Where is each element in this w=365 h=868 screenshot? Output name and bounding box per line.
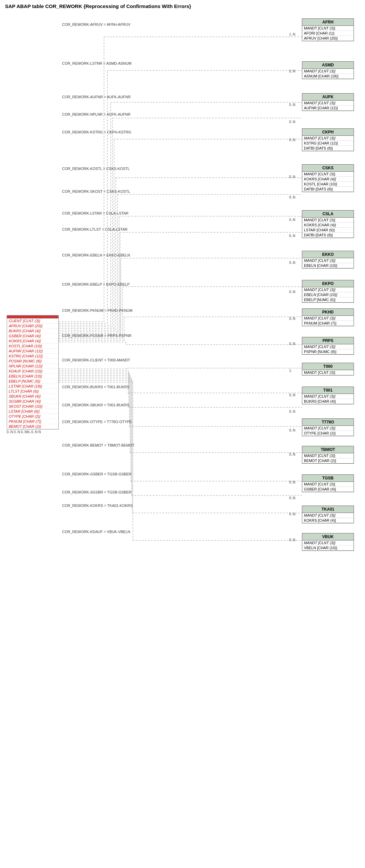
- cardinality-pkhd-0: 0..N: [289, 317, 295, 320]
- main-table-body: CLIENT [CLNT (3)]AFRUV [CHAR (20)]BUKRS …: [7, 318, 59, 430]
- connector-label-afrh-0: COR_REWORK-AFRUV = AFRH-AFRUV: [62, 23, 130, 27]
- rel-table-row: MANDT [CLNT (3)]: [302, 258, 354, 263]
- rel-table-header-ckph: CKPH: [302, 128, 354, 136]
- rel-table-row: AUFNR [CHAR (12)]: [302, 105, 354, 111]
- rel-table-header-t000: T000: [302, 363, 354, 370]
- cardinality-tgsb-1: 0..N: [289, 496, 295, 500]
- rel-table-prps: PRPSMANDT [CLNT (3)]PSPNR [NUMC (8)]: [302, 337, 354, 355]
- main-table-field: EBELN [CHAR (10)]: [7, 374, 58, 379]
- rel-table-row: GSBER [CHAR (4)]: [302, 487, 354, 492]
- main-table-field: CLIENT [CLNT (3)]: [7, 318, 58, 323]
- rel-table-row: BUKRS [CHAR (4)]: [302, 399, 354, 404]
- rel-table-header-tka01: TKA01: [302, 505, 354, 513]
- page-title: SAP ABAP table COR_REWORK {Reprocessing …: [0, 0, 365, 12]
- connector-label-ekko-0: COR_REWORK-EBELN = EKKO-EBELN: [62, 253, 130, 257]
- rel-table-t778o: T778OMANDT [CLNT (3)]OTYPE [CHAR (2)]: [302, 418, 354, 436]
- cardinality-aufk-0: 0..N: [289, 103, 295, 106]
- rel-table-row: MANDT [CLNT (3)]: [302, 26, 354, 31]
- rel-table-body-ekko: MANDT [CLNT (3)]EBELN [CHAR (10)]: [302, 258, 354, 269]
- rel-table-row: MANDT [CLNT (3)]: [302, 69, 354, 74]
- rel-table-body-prps: MANDT [CLNT (3)]PSPNR [NUMC (8)]: [302, 344, 354, 355]
- rel-table-body-tka01: MANDT [CLNT (3)]KOKRS [CHAR (4)]: [302, 513, 354, 523]
- rel-table-asmd: ASMDMANDT [CLNT (3)]ASNUM [CHAR (18)]: [302, 61, 354, 79]
- rel-table-row: VBELN [CHAR (10)]: [302, 546, 354, 551]
- cardinality-t001-0: 0..N: [289, 393, 295, 397]
- main-table-field: NPLNR [CHAR (12)]: [7, 364, 58, 369]
- main-table-field: PKNUM [CHAR (7)]: [7, 419, 58, 424]
- rel-table-row: EBELN [CHAR (10)]: [302, 263, 354, 268]
- main-table-field: AFRUV [CHAR (20)]: [7, 323, 58, 329]
- rel-table-body-tgsb: MANDT [CLNT (3)]GSBER [CHAR (4)]: [302, 482, 354, 492]
- rel-table-row: MANDT [CLNT (3)]: [302, 316, 354, 321]
- cardinality-ekko-0: 0..N: [289, 261, 295, 265]
- main-table-field: BUKRS [CHAR (4)]: [7, 329, 58, 334]
- main-table-field: SKOST [CHAR (10)]: [7, 404, 58, 409]
- rel-table-body-pkhd: MANDT [CLNT (3)]PKNUM [CHAR (7)]: [302, 316, 354, 326]
- rel-table-header-csla: CSLA: [302, 210, 354, 218]
- rel-table-row: MANDT [CLNT (3)]: [302, 426, 354, 431]
- rel-table-body-ekpo: MANDT [CLNT (3)]EBELN [CHAR (10)]EBELP […: [302, 287, 354, 303]
- connector-label-prps-0: COR_REWORK-POSNR = PRPS-PSPNR: [62, 334, 131, 338]
- connector-label-vbuk-0: COR_REWORK-KDAUF = VBUK-VBELN: [62, 530, 130, 534]
- rel-table-row: MANDT [CLNT (3)]: [302, 287, 354, 292]
- cardinality-tbmot-0: 0..N: [289, 453, 295, 456]
- rel-table-header-asmd: ASMD: [302, 61, 354, 69]
- cardinality-prps-0: 0..N: [289, 342, 295, 346]
- rel-table-row: MANDT [CLNT (3)]: [302, 136, 354, 141]
- rel-table-header-aufk: AUFK: [302, 93, 354, 100]
- cardinality-aufk-1: 0..N: [289, 120, 295, 124]
- rel-table-body-t000: MANDT [CLNT (3)]: [302, 370, 354, 375]
- cardinality-ekpo-0: 0..N: [289, 290, 295, 294]
- cardinality-afrh-0: 1..N: [289, 33, 295, 36]
- rel-table-row: PSPNR [NUMC (8)]: [302, 349, 354, 354]
- main-table-field: EBELP [NUMC (5)]: [7, 379, 58, 384]
- rel-table-body-ckph: MANDT [CLNT (3)]KSTRG [CHAR (12)]DATBI […: [302, 136, 354, 151]
- main-table-field: LSTAR [CHAR (6)]: [7, 409, 58, 414]
- rel-table-tbmot: TBMOTMANDT [CLNT (3)]BEMOT [CHAR (2)]: [302, 446, 354, 464]
- connector-label-t778o-0: COR_REWORK-OTYPE = T778O-OTYPE: [62, 420, 132, 424]
- main-table-field: LSTNR [CHAR (18)]: [7, 384, 58, 389]
- cardinality-ckph-0: 0..N: [289, 138, 295, 142]
- rel-table-vbuk: VBUKMANDT [CLNT (3)]VBELN [CHAR (10)]: [302, 533, 354, 551]
- main-table: CLIENT [CLNT (3)]AFRUV [CHAR (20)]BUKRS …: [7, 315, 59, 434]
- cardinality-csks-1: 0..N: [289, 195, 295, 199]
- rel-table-row: KSTRG [CHAR (12)]: [302, 141, 354, 146]
- rel-table-row: ASNUM [CHAR (18)]: [302, 74, 354, 79]
- main-table-field: SBUKR [CHAR (4)]: [7, 394, 58, 399]
- connector-label-t001-0: COR_REWORK-BUKRS = T001-BUKRS: [62, 385, 129, 389]
- connector-label-aufk-0: COR_REWORK-AUFNR = AUFK-AUFNR: [62, 95, 130, 99]
- rel-table-row: EBELN [CHAR (10)]: [302, 292, 354, 298]
- rel-table-aufk: AUFKMANDT [CLNT (3)]AUFNR [CHAR (12)]: [302, 93, 354, 111]
- connector-label-tka01-0: COR_REWORK-KOKRS = TKA01-KOKRS: [62, 503, 132, 507]
- main-table-field: KOKRS [CHAR (4)]: [7, 339, 58, 344]
- rel-table-csks: CSKSMANDT [CLNT (3)]KOKRS [CHAR (4)]KOST…: [302, 164, 354, 192]
- main-table-field: POSNR [NUMC (8)]: [7, 359, 58, 364]
- rel-table-header-ekpo: EKPO: [302, 280, 354, 287]
- rel-table-row: MANDT [CLNT (3)]: [302, 218, 354, 223]
- rel-table-csla: CSLAMANDT [CLNT (3)]KOKRS [CHAR (4)]LSTA…: [302, 210, 354, 238]
- rel-table-row: KOKRS [CHAR (4)]: [302, 518, 354, 523]
- rel-table-row: PKNUM [CHAR (7)]: [302, 321, 354, 326]
- rel-table-body-csla: MANDT [CLNT (3)]KOKRS [CHAR (4)]LSTAR [C…: [302, 218, 354, 238]
- rel-table-row: KOKRS [CHAR (4)]: [302, 223, 354, 228]
- rel-table-row: DATBI [DATS (8)]: [302, 187, 354, 192]
- rel-table-row: KOSTL [CHAR (10)]: [302, 182, 354, 187]
- rel-table-row: DATBI [DATS (8)]: [302, 233, 354, 238]
- rel-table-header-tbmot: TBMOT: [302, 446, 354, 453]
- rel-table-header-csks: CSKS: [302, 164, 354, 172]
- rel-table-body-t001: MANDT [CLNT (3)]BUKRS [CHAR (4)]: [302, 394, 354, 404]
- rel-table-row: BEMOT [CHAR (2)]: [302, 458, 354, 463]
- rel-table-header-ekko: EKKO: [302, 251, 354, 258]
- rel-table-row: AFRUV [CHAR (20)]: [302, 36, 354, 41]
- rel-table-header-afrh: AFRH: [302, 19, 354, 26]
- rel-table-row: MANDT [CLNT (3)]: [302, 172, 354, 177]
- rel-table-body-csks: MANDT [CLNT (3)]KOKRS [CHAR (4)]KOSTL [C…: [302, 172, 354, 192]
- cardinality-csks-0: 0..N: [289, 175, 295, 179]
- rel-table-pkhd: PKHDMANDT [CLNT (3)]PKNUM [CHAR (7)]: [302, 308, 354, 326]
- rel-table-ekko: EKKOMANDT [CLNT (3)]EBELN [CHAR (10)]: [302, 251, 354, 269]
- rel-table-ckph: CKPHMANDT [CLNT (3)]KSTRG [CHAR (12)]DAT…: [302, 128, 354, 151]
- rel-table-row: MANDT [CLNT (3)]: [302, 453, 354, 458]
- rel-table-t001: T001MANDT [CLNT (3)]BUKRS [CHAR (4)]: [302, 386, 354, 404]
- cardinality-t778o-0: 0..N: [289, 429, 295, 432]
- main-table-field: GSBER [CHAR (4)]: [7, 334, 58, 339]
